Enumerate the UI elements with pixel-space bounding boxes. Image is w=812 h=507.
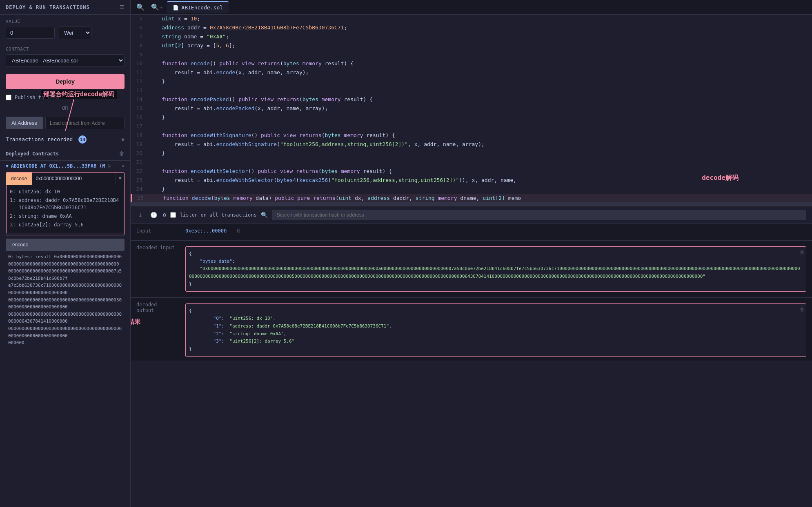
code-line-9: 9 (131, 51, 812, 60)
copy-icon[interactable]: ⎘ (108, 163, 111, 169)
file-icon: 📄 (173, 5, 179, 11)
close-icon[interactable]: ✕ (122, 163, 125, 169)
deploy-button[interactable]: Deploy (6, 74, 125, 89)
bottom-panel: ⤓ 🕐 0 listen on all transactions 🔍 input… (131, 206, 812, 361)
panel-header: DEPLOY & RUN TRANSACTIONS ☰ (0, 0, 130, 15)
panel-title: DEPLOY & RUN TRANSACTIONS (6, 4, 90, 10)
tab-label: ABIEncode.sol (181, 4, 223, 11)
decoded-input-label: decoded input (136, 245, 177, 250)
left-panel: DEPLOY & RUN TRANSACTIONS ☰ VALUE Wei Gw… (0, 0, 131, 507)
decode-button[interactable]: decode (6, 173, 32, 185)
code-line-23: 23 result = abi.encodeWithSelector(bytes… (131, 176, 812, 185)
input-row: input 0xe5c:...00000 ⎘ (131, 224, 812, 241)
code-line-13: 13 (131, 86, 812, 95)
decode-result-2: 2: string: dname 0xAA (10, 213, 120, 220)
decode-result-0: 0: uint256: dx 10 (10, 188, 120, 195)
publish-checkbox[interactable] (6, 95, 11, 100)
decode-result-1: 1: address: daddr 0x7A58c0Be72BE218B4 1C… (10, 197, 120, 211)
contract-select[interactable]: ABIEncode - ABIEncode.sol (6, 54, 125, 67)
deployed-contracts-row: Deployed Contracts 🗑 (0, 147, 130, 160)
code-line-20: 20 } (131, 149, 812, 158)
encode-button[interactable]: encode (6, 239, 125, 251)
code-line-16: 16 } (131, 113, 812, 122)
tx-search-input[interactable] (272, 210, 806, 220)
value-section: VALUE Wei Gwei Finney Ether (0, 15, 130, 43)
instance-header: ▼ ABIENCODE AT 0X1...5B...33FA8 (M ⎘ ✕ (6, 163, 125, 169)
decode-dropdown-icon[interactable]: ▼ (116, 173, 124, 185)
instance-title: ABIENCODE AT 0X1...5B...33FA8 (M (11, 163, 105, 169)
chevron-down-icon[interactable]: ▼ (121, 137, 125, 143)
tab-bar: 🔍 🔍+ 📄 ABIEncode.sol (131, 0, 812, 15)
code-line-7: 7 string name = "0xAA"; (131, 33, 812, 42)
zoom-in-button[interactable]: 🔍+ (149, 2, 165, 13)
contract-instance: ▼ ABIENCODE AT 0X1...5B...33FA8 (M ⎘ ✕ d… (0, 160, 130, 352)
transactions-row: Transactions recorded 14 ▼ (0, 132, 130, 147)
encode-function-group: encode 0: bytes: result 0x00000000000000… (6, 239, 125, 349)
decoded-output-label: decoded output (136, 302, 177, 313)
code-line-21: 21 (131, 158, 812, 167)
search-icon[interactable]: 🔍 (261, 212, 268, 218)
decoded-input-box: ⎘ { "bytes data": "0x0000000000000000000… (185, 246, 806, 292)
transactions-label: Transactions recorded 14 (6, 135, 87, 144)
decode-input[interactable] (32, 173, 116, 185)
code-line-11: 11 result = abi.encode(x, addr, name, ar… (131, 69, 812, 77)
at-address-button[interactable]: At Address (6, 117, 43, 129)
value-row: Wei Gwei Finney Ether (6, 27, 125, 39)
value-label: VALUE (6, 19, 125, 24)
code-line-8: 8 uint[2] array = [5, 6]; (131, 42, 812, 51)
instance-chevron-icon[interactable]: ▼ (6, 164, 9, 169)
decode-btn-row: decode ▼ (6, 173, 124, 185)
code-line-15: 15 result = abi.encodePacked(x, addr, na… (131, 104, 812, 113)
clear-button[interactable]: 🕐 (149, 211, 159, 219)
decode-function-group: decode ▼ 0: uint256: dx 10 1: address: d… (6, 172, 125, 235)
decoded-output-box: ⎘ { "0": "uint256: dx 10", "1": "address… (185, 303, 806, 356)
encode-result: 0: bytes: result 0x000000000000000000000… (6, 251, 125, 349)
code-line-18: 18 function encodeWithSignature() public… (131, 131, 812, 140)
copy-decoded-input-icon[interactable]: ⎘ (801, 248, 803, 257)
or-divider: OR (0, 102, 130, 114)
tab-abiencode[interactable]: 📄 ABIEncode.sol (167, 1, 229, 13)
tx-badge: 14 (78, 135, 87, 144)
code-line-17: 17 (131, 122, 812, 131)
code-line-22: 22 function encodeWithSelector() public … (131, 167, 812, 176)
listen-label: listen on all transactions (180, 212, 257, 218)
code-line-19: 19 result = abi.encodeWithSignature("foo… (131, 140, 812, 149)
horizontal-scrollbar[interactable] (131, 202, 812, 206)
decoded-output-row: decoded output 验证解码结果 ⎘ { "0": "uint256:… (131, 298, 812, 361)
deployed-contracts-label: Deployed Contracts (6, 151, 59, 157)
contract-label: CONTRACT (6, 46, 125, 52)
decoded-input-row: decoded input 输入二进制编码 ⎘ { "bytes data": … (131, 241, 812, 298)
input-hash: 0xe5c:...00000 (185, 228, 227, 234)
code-line-14: 14 function encodePacked() public view r… (131, 95, 812, 104)
code-line-12: 12 } (131, 77, 812, 86)
copy-decoded-output-icon[interactable]: ⎘ (801, 306, 803, 314)
at-address-row: At Address (0, 114, 130, 132)
tx-rows: input 0xe5c:...00000 ⎘ decoded input 输入二… (131, 224, 812, 361)
listen-checkbox[interactable] (170, 212, 176, 218)
code-line-24: 24 } (131, 185, 812, 194)
code-editor[interactable]: 5 uint x = 10; 6 address addr = 0x7A58c0… (131, 15, 812, 202)
value-unit-select[interactable]: Wei Gwei Finney Ether (58, 27, 91, 39)
decode-results-box: 0: uint256: dx 10 1: address: daddr 0x7A… (6, 185, 124, 233)
contract-section: CONTRACT ABIEncode - ABIEncode.sol (0, 43, 130, 70)
right-panel: 🔍 🔍+ 📄 ABIEncode.sol 5 uint x = 10; 6 ad… (131, 0, 812, 507)
output-annotation: 验证解码结果 (131, 318, 140, 326)
value-input[interactable] (6, 27, 55, 39)
collapse-button[interactable]: ⤓ (136, 211, 145, 219)
input-label: input (136, 228, 177, 234)
code-line-10: 10 function encode() public view returns… (131, 60, 812, 69)
publish-row: Publish to IPFS (0, 93, 130, 102)
code-line-5: 5 uint x = 10; (131, 15, 812, 24)
code-line-6: 6 address addr = 0x7A58c0Be72BE218B41C60… (131, 24, 812, 33)
menu-icon[interactable]: ☰ (120, 4, 125, 10)
zoom-out-button[interactable]: 🔍 (134, 2, 147, 13)
bottom-toolbar: ⤓ 🕐 0 listen on all transactions 🔍 (131, 206, 812, 224)
tx-count: 0 (163, 212, 166, 218)
publish-label: Publish to IPFS (15, 95, 59, 100)
trash-icon[interactable]: 🗑 (119, 151, 125, 157)
copy-hash-icon[interactable]: ⎘ (237, 228, 240, 234)
code-line-25: 25 function decode(bytes memory data) pu… (131, 194, 812, 202)
load-address-input[interactable] (45, 117, 125, 129)
decode-result-3: 3: uint256[2]: darray 5,6 (10, 221, 120, 228)
